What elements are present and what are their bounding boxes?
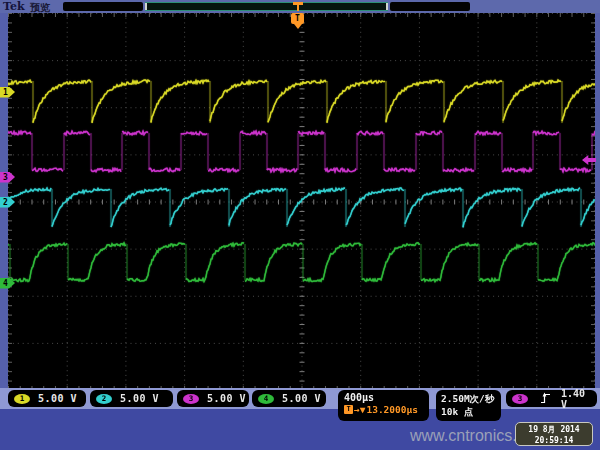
- trigger-time-value: 13.2000μs: [366, 404, 417, 415]
- oscilloscope-screen: Tek 预览 T 1 3 2 4 1 5.00 V 2 5.00 V 3 5.0…: [0, 0, 600, 450]
- topbar-readout-box-right: [390, 2, 470, 11]
- timebase-readout[interactable]: 400μs T →▼ 13.2000μs: [338, 390, 429, 421]
- ch1-readout[interactable]: 1 5.00 V: [8, 390, 86, 407]
- ch4-readout[interactable]: 4 5.00 V: [252, 390, 326, 407]
- date-label: 19 8月 2014: [516, 424, 592, 435]
- ch3-badge: 3: [183, 394, 199, 404]
- trigger-source-badge: 3: [512, 394, 528, 404]
- record-view-bar: [145, 2, 388, 11]
- ch3-scale: 5.00 V: [207, 393, 246, 404]
- trigger-symbols: →▼: [354, 404, 365, 415]
- ch2-readout[interactable]: 2 5.00 V: [90, 390, 173, 407]
- trigger-readout[interactable]: 3 1.40 V: [506, 390, 597, 407]
- trigger-position-flag-stem: [294, 24, 302, 29]
- bezel-right: [595, 13, 600, 390]
- ch1-scale: 5.00 V: [38, 393, 77, 404]
- acquisition-readout[interactable]: 2.50M次/秒 10k 点: [436, 390, 501, 421]
- trigger-t-icon: T: [344, 405, 353, 414]
- waveform-display: [8, 13, 595, 390]
- rising-slope-icon: [540, 389, 551, 408]
- topbar-readout-box-left: [63, 2, 143, 11]
- trigger-level-value: 1.40 V: [561, 388, 597, 410]
- ch3-readout[interactable]: 3 5.00 V: [177, 390, 249, 407]
- ch2-badge: 2: [96, 394, 112, 404]
- sample-rate: 2.50M次/秒: [441, 392, 501, 405]
- ch1-badge: 1: [14, 394, 30, 404]
- record-length: 10k 点: [441, 405, 501, 418]
- ch4-scale: 5.00 V: [282, 393, 321, 404]
- datetime-box: 19 8月 2014 20:59:14: [515, 422, 593, 446]
- tek-logo: Tek: [3, 0, 25, 13]
- time-label: 20:59:14: [516, 435, 592, 446]
- timebase-scale: 400μs: [344, 392, 429, 403]
- top-status-bar: Tek 预览: [0, 0, 600, 13]
- record-position-indicator-stem: [297, 5, 299, 11]
- ch4-badge: 4: [258, 394, 274, 404]
- ch2-scale: 5.00 V: [120, 393, 159, 404]
- trigger-position-flag: T: [291, 13, 304, 24]
